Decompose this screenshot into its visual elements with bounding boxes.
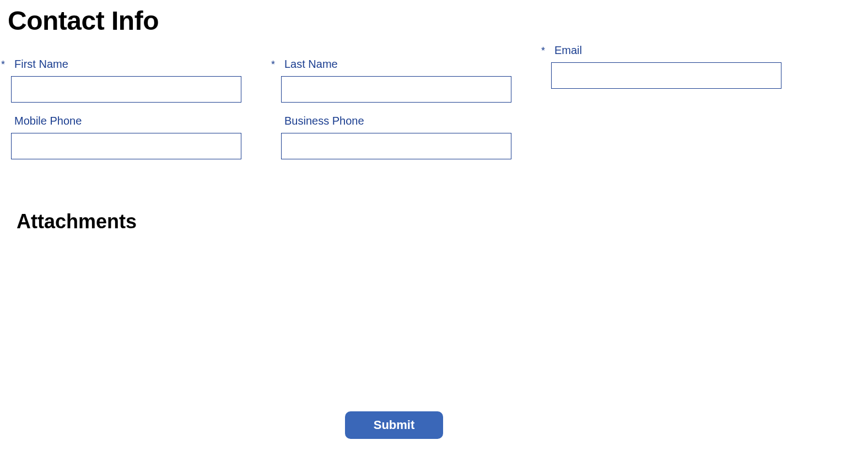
business-phone-input[interactable] bbox=[281, 133, 511, 159]
form-row-2: Mobile Phone Business Phone bbox=[0, 115, 868, 159]
form-row-1: * First Name * Last Name * Email bbox=[0, 58, 868, 103]
first-name-input[interactable] bbox=[11, 76, 241, 103]
page-title: Contact Info bbox=[0, 0, 868, 36]
mobile-phone-input[interactable] bbox=[11, 133, 241, 159]
business-phone-label-wrapper: Business Phone bbox=[270, 115, 540, 127]
required-mark: * bbox=[0, 59, 14, 71]
mobile-phone-label: Mobile Phone bbox=[14, 115, 82, 127]
last-name-field-wrapper: * Last Name bbox=[270, 58, 540, 103]
required-mark: * bbox=[270, 59, 284, 71]
required-mark: * bbox=[540, 45, 554, 57]
business-phone-field-wrapper: Business Phone bbox=[270, 115, 540, 159]
email-input[interactable] bbox=[551, 62, 781, 89]
last-name-label-wrapper: * Last Name bbox=[270, 58, 540, 71]
submit-button[interactable]: Submit bbox=[345, 411, 444, 439]
submit-container: Submit bbox=[0, 411, 788, 439]
first-name-label: First Name bbox=[14, 58, 68, 71]
email-field-wrapper: * Email bbox=[540, 44, 810, 103]
attachments-title: Attachments bbox=[0, 171, 868, 233]
contact-form: * First Name * Last Name * Email Mobile … bbox=[0, 36, 868, 159]
last-name-input[interactable] bbox=[281, 76, 511, 103]
mobile-phone-label-wrapper: Mobile Phone bbox=[0, 115, 270, 127]
mobile-phone-field-wrapper: Mobile Phone bbox=[0, 115, 270, 159]
first-name-label-wrapper: * First Name bbox=[0, 58, 270, 71]
last-name-label: Last Name bbox=[284, 58, 338, 71]
email-label: Email bbox=[554, 44, 582, 57]
email-label-wrapper: * Email bbox=[540, 44, 810, 57]
business-phone-label: Business Phone bbox=[284, 115, 364, 127]
first-name-field-wrapper: * First Name bbox=[0, 58, 270, 103]
